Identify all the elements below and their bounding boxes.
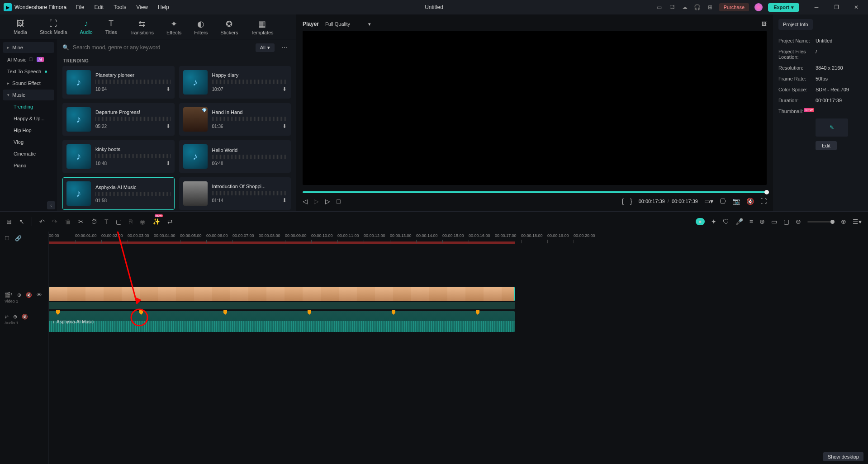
audio-track[interactable]: ♪ Asphyxia-AI Music	[49, 311, 868, 332]
zoom-out-button[interactable]: ⊖	[796, 218, 801, 225]
magnet-icon[interactable]: ⊕	[759, 218, 765, 225]
menu-tools[interactable]: Tools	[114, 4, 126, 10]
grid-tool[interactable]: ⊞	[6, 218, 12, 225]
fullscreen-button[interactable]: ⛶	[760, 198, 767, 205]
tree-text-to-speech[interactable]: Text To Speech	[3, 66, 54, 77]
ai-tool-button[interactable]: ✨NEW	[152, 218, 160, 225]
export-button[interactable]: Export▾	[768, 3, 799, 12]
menu-help[interactable]: Help	[158, 4, 169, 10]
audio-marker[interactable]	[392, 310, 395, 315]
audio-card[interactable]: 💎Hand In Hand01:36⬇	[179, 103, 291, 136]
download-icon[interactable]: ⬇	[166, 86, 171, 92]
tab-effects[interactable]: ✦Effects	[160, 17, 188, 39]
menu-edit[interactable]: Edit	[95, 4, 104, 10]
zoom-knob[interactable]	[830, 220, 835, 224]
video-track-header[interactable]: 🎬¹ ⊕ 🔇 👁 Video 1	[0, 287, 48, 308]
collapse-sidebar-button[interactable]: ‹	[47, 201, 55, 209]
track-mute-icon[interactable]: 🔇	[26, 292, 32, 298]
time-ruler[interactable]: 00:0000:00:01:0000:00:02:0000:00:03:0000…	[49, 232, 868, 245]
tab-templates[interactable]: ▦Templates	[244, 17, 280, 39]
tree-music-happy[interactable]: Happy & Up...	[3, 113, 54, 124]
play-button[interactable]: ▷	[325, 198, 330, 205]
crop-button[interactable]: ▢	[116, 218, 122, 225]
tree-ai-music[interactable]: AI MusicⓘAI	[3, 54, 54, 65]
mark-out-button[interactable]: }	[630, 198, 632, 205]
tab-stock-media[interactable]: ⛶Stock Media	[33, 17, 74, 39]
track-area[interactable]: 00:0000:00:01:0000:00:02:0000:00:03:0000…	[49, 232, 868, 464]
headphones-icon[interactable]: 🎧	[694, 4, 701, 11]
layers-icon[interactable]: ☐	[5, 235, 9, 241]
video-track[interactable]	[49, 287, 868, 309]
tree-mine[interactable]: ▸Mine	[3, 42, 54, 53]
audio-card[interactable]: ♪Hello World06:48	[179, 140, 291, 173]
list-button[interactable]: ☰▾	[853, 218, 862, 225]
download-icon[interactable]: ⬇	[282, 197, 287, 204]
close-icon[interactable]: ✕	[848, 1, 864, 14]
copy-button[interactable]: ⎘	[129, 218, 133, 225]
audio-marker[interactable]	[476, 310, 479, 315]
purchase-button[interactable]: Purchase	[719, 3, 749, 11]
audio-card[interactable]: ♪kinky boots10:48⬇	[62, 140, 175, 173]
more-options-button[interactable]: ⋯	[278, 43, 291, 52]
audio-card[interactable]: Introduction Of Shoppi...01:14⬇	[179, 177, 291, 210]
player-scrubber[interactable]	[303, 191, 767, 193]
tab-transitions[interactable]: ⇆Transitions	[123, 17, 160, 39]
gear-icon[interactable]: ✦	[711, 218, 716, 225]
translate-button[interactable]: ⇄	[167, 218, 173, 225]
text-button[interactable]: T	[104, 218, 109, 225]
speed-button[interactable]: ⏱	[91, 218, 97, 225]
download-icon[interactable]: ⬇	[166, 160, 171, 166]
shield-icon[interactable]: 🛡	[723, 218, 729, 225]
audio-card[interactable]: ♪Asphyxia-AI Music01:58	[62, 177, 175, 210]
apps-icon[interactable]: ⊞	[707, 4, 714, 11]
tree-music-cinematic[interactable]: Cinematic	[3, 148, 54, 159]
stop-button[interactable]: □	[337, 198, 340, 205]
undo-button[interactable]: ↶	[39, 218, 45, 225]
maximize-icon[interactable]: ❐	[828, 1, 844, 14]
layout-icon[interactable]: ▭	[771, 218, 777, 225]
track-mute-icon[interactable]: 🔇	[22, 314, 28, 320]
tree-music[interactable]: ▾Music	[3, 90, 54, 100]
audio-card[interactable]: ♪Happy diary10:07⬇	[179, 66, 291, 99]
view-mode-button[interactable]: ▭▾	[704, 198, 713, 205]
menu-file[interactable]: File	[76, 4, 84, 10]
tab-titles[interactable]: TTitles	[99, 17, 123, 39]
track-add-icon[interactable]: ⊕	[17, 292, 21, 298]
track-visibility-icon[interactable]: 👁	[37, 292, 42, 298]
track-add-icon[interactable]: ⊕	[13, 314, 17, 320]
snapshot-icon[interactable]: 🖼	[761, 21, 767, 27]
tab-stickers[interactable]: ✪Stickers	[214, 17, 244, 39]
tree-music-vlog[interactable]: Vlog	[3, 137, 54, 147]
filter-dropdown[interactable]: All▾	[256, 43, 275, 52]
menu-view[interactable]: View	[136, 4, 148, 10]
project-info-tab[interactable]: Project Info	[778, 19, 813, 30]
display-button[interactable]: 🖵	[720, 198, 726, 205]
avatar[interactable]	[754, 3, 763, 11]
frame-icon[interactable]: ▢	[783, 218, 789, 225]
prev-frame-button[interactable]: ◁	[303, 198, 308, 205]
tree-sound-effect[interactable]: ▸Sound Effect	[3, 78, 54, 89]
cloud-icon[interactable]: ☁	[681, 4, 688, 11]
mixer-icon[interactable]: ≡	[749, 218, 753, 225]
redo-button[interactable]: ↷	[52, 218, 57, 225]
quality-dropdown[interactable]: Full Quality▾	[325, 21, 371, 27]
mic-icon[interactable]: 🎤	[735, 218, 743, 225]
search-input[interactable]	[73, 44, 252, 51]
tree-music-hiphop[interactable]: Hip Hop	[3, 125, 54, 136]
audio-card[interactable]: ♪Departure Progress!05:22⬇	[62, 103, 175, 136]
tab-media[interactable]: 🖼Media	[7, 17, 33, 39]
tree-music-trending[interactable]: Trending	[3, 101, 54, 112]
layout-icon[interactable]: ▭	[656, 4, 663, 11]
download-icon[interactable]: ⬇	[166, 123, 171, 129]
pointer-tool[interactable]: ↖	[19, 218, 24, 225]
minimize-icon[interactable]: ─	[808, 1, 825, 14]
audio-marker[interactable]	[139, 310, 143, 315]
zoom-slider[interactable]	[807, 221, 835, 223]
download-icon[interactable]: ⬇	[282, 86, 287, 92]
tree-music-piano[interactable]: Piano	[3, 160, 54, 171]
audio-card[interactable]: ♪Planetary pioneer10:04⬇	[62, 66, 175, 99]
audio-marker[interactable]	[56, 310, 60, 315]
audio-clip[interactable]: ♪ Asphyxia-AI Music	[49, 311, 515, 332]
tab-audio[interactable]: ♪Audio	[74, 17, 99, 39]
save-icon[interactable]: 🖫	[669, 4, 676, 11]
